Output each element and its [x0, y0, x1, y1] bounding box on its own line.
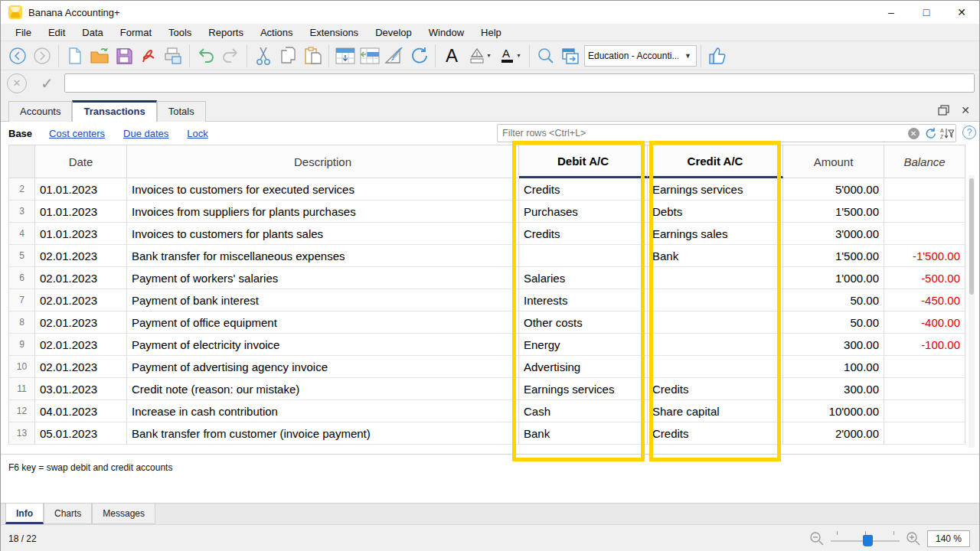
paste-icon[interactable] — [301, 44, 324, 67]
pdf-export-icon[interactable] — [137, 44, 160, 67]
amount-cell[interactable]: 100.00 — [783, 356, 884, 378]
minimize-button[interactable]: – — [874, 1, 909, 24]
redo-icon[interactable] — [219, 44, 242, 67]
debit-cell[interactable]: Earnings services — [519, 378, 648, 400]
header-debit[interactable]: Debit A/C — [519, 145, 648, 178]
debit-cell[interactable]: Advertising — [519, 356, 648, 378]
table-row[interactable]: 2 01.01.2023 Invoices to customers for e… — [8, 178, 965, 201]
description-cell[interactable]: Invoices from suppliers for plants purch… — [127, 201, 519, 223]
balance-cell[interactable] — [884, 223, 965, 245]
credit-cell[interactable]: Share capital — [648, 400, 783, 422]
accept-edit-icon[interactable]: ✓ — [41, 74, 54, 93]
amount-cell[interactable]: 50.00 — [783, 311, 884, 334]
row-number-cell[interactable]: 8 — [8, 311, 35, 334]
amount-cell[interactable]: 1'500.00 — [783, 201, 884, 223]
menu-item[interactable]: File — [7, 25, 40, 40]
page-setup-icon[interactable] — [383, 44, 406, 67]
balance-cell[interactable] — [884, 378, 965, 400]
zoom-slider[interactable] — [831, 531, 900, 546]
tab-messages[interactable]: Messages — [92, 504, 155, 524]
copy-icon[interactable] — [276, 44, 299, 67]
balance-cell[interactable]: -500.00 — [884, 267, 965, 289]
table-row[interactable]: 10 02.01.2023 Payment of advertising age… — [8, 356, 965, 378]
menu-item[interactable]: Window — [420, 25, 472, 40]
credit-cell[interactable] — [648, 267, 783, 289]
date-cell[interactable]: 01.01.2023 — [35, 201, 127, 223]
tab-info[interactable]: Info — [5, 504, 44, 524]
credit-cell[interactable]: Bank — [648, 245, 783, 267]
profile-dropdown[interactable]: Education - Accounti... ▼ — [584, 45, 697, 67]
amount-cell[interactable]: 2'000.00 — [783, 422, 884, 445]
vertical-scrollbar[interactable] — [969, 175, 975, 448]
credit-cell[interactable]: Debts — [648, 201, 783, 223]
credit-cell[interactable]: Credits — [648, 422, 783, 445]
filter-rows-input[interactable] — [498, 128, 905, 139]
view-link-due-dates[interactable]: Due dates — [123, 128, 168, 139]
tab-charts[interactable]: Charts — [44, 504, 92, 524]
amount-cell[interactable]: 300.00 — [783, 378, 884, 400]
description-cell[interactable]: Payment of electricity invoice — [127, 334, 519, 356]
cell-edit-input[interactable] — [64, 73, 975, 93]
menu-item[interactable]: Extensions — [302, 25, 368, 40]
sort-filter-icon[interactable]: AZ — [939, 125, 956, 142]
font-icon[interactable]: A — [440, 44, 463, 67]
credit-cell[interactable] — [648, 356, 783, 378]
debit-cell[interactable]: Bank — [519, 422, 648, 445]
open-folder-icon[interactable] — [88, 44, 111, 67]
new-file-icon[interactable] — [64, 44, 87, 67]
debit-cell[interactable]: Interests — [519, 289, 648, 311]
debit-cell[interactable]: Credits — [519, 223, 648, 245]
table-row[interactable]: 12 04.01.2023 Increase in cash contribut… — [8, 400, 965, 422]
date-cell[interactable]: 02.01.2023 — [35, 267, 127, 289]
table-row[interactable]: 11 03.01.2023 Credit note (reason: our m… — [8, 378, 965, 400]
date-cell[interactable]: 02.01.2023 — [35, 245, 127, 267]
amount-cell[interactable]: 300.00 — [783, 334, 884, 356]
description-cell[interactable]: Payment of advertising agency invoice — [127, 356, 519, 378]
debit-cell[interactable]: Credits — [519, 178, 648, 201]
description-cell[interactable]: Increase in cash contribution — [127, 400, 519, 422]
date-cell[interactable]: 05.01.2023 — [35, 422, 127, 445]
scrollbar-thumb[interactable] — [969, 178, 974, 295]
header-description[interactable]: Description — [127, 145, 519, 178]
table-row[interactable]: 6 02.01.2023 Payment of workers' salarie… — [8, 267, 965, 289]
table-row[interactable]: 4 01.01.2023 Invoices to customers for p… — [8, 223, 965, 245]
date-cell[interactable]: 02.01.2023 — [35, 289, 127, 311]
balance-cell[interactable] — [884, 178, 965, 201]
table-row[interactable]: 5 02.01.2023 Bank transfer for miscellan… — [8, 245, 965, 267]
search-icon[interactable] — [534, 44, 557, 67]
header-balance[interactable]: Balance — [884, 145, 965, 178]
debit-cell[interactable]: Cash — [519, 400, 648, 422]
highlight-color-icon[interactable]: ▾ — [465, 44, 494, 67]
amount-cell[interactable]: 10'000.00 — [783, 400, 884, 422]
credit-cell[interactable] — [648, 334, 783, 356]
header-amount[interactable]: Amount — [783, 145, 884, 178]
help-icon[interactable]: ? — [962, 126, 976, 139]
sync-icon[interactable] — [407, 44, 430, 67]
row-number-cell[interactable]: 5 — [8, 245, 35, 267]
date-cell[interactable]: 01.01.2023 — [35, 223, 127, 245]
amount-cell[interactable]: 5'000.00 — [783, 178, 884, 201]
row-number-cell[interactable]: 13 — [8, 422, 35, 445]
close-button[interactable]: ✕ — [944, 1, 979, 24]
maximize-button[interactable]: □ — [909, 1, 944, 24]
row-number-cell[interactable]: 10 — [8, 356, 35, 378]
tab-accounts[interactable]: Accounts — [8, 101, 72, 122]
window-switcher-icon[interactable] — [559, 44, 582, 67]
debit-cell[interactable]: Purchases — [519, 201, 648, 223]
insert-columns-icon[interactable] — [358, 44, 381, 67]
balance-cell[interactable]: -100.00 — [884, 334, 965, 356]
view-link-cost-centers[interactable]: Cost centers — [49, 128, 105, 139]
insert-rows-icon[interactable] — [334, 44, 357, 67]
balance-cell[interactable] — [884, 400, 965, 422]
zoom-in-icon[interactable] — [906, 531, 921, 546]
amount-cell[interactable]: 3'000.00 — [783, 223, 884, 245]
credit-cell[interactable] — [648, 289, 783, 311]
date-cell[interactable]: 02.01.2023 — [35, 311, 127, 334]
credit-cell[interactable]: Credits — [648, 378, 783, 400]
table-row[interactable]: 3 01.01.2023 Invoices from suppliers for… — [8, 201, 965, 223]
row-number-cell[interactable]: 9 — [8, 334, 35, 356]
balance-cell[interactable] — [884, 422, 965, 445]
undo-icon[interactable] — [194, 44, 217, 67]
menu-item[interactable]: Edit — [40, 25, 74, 40]
row-number-cell[interactable]: 2 — [8, 178, 35, 201]
